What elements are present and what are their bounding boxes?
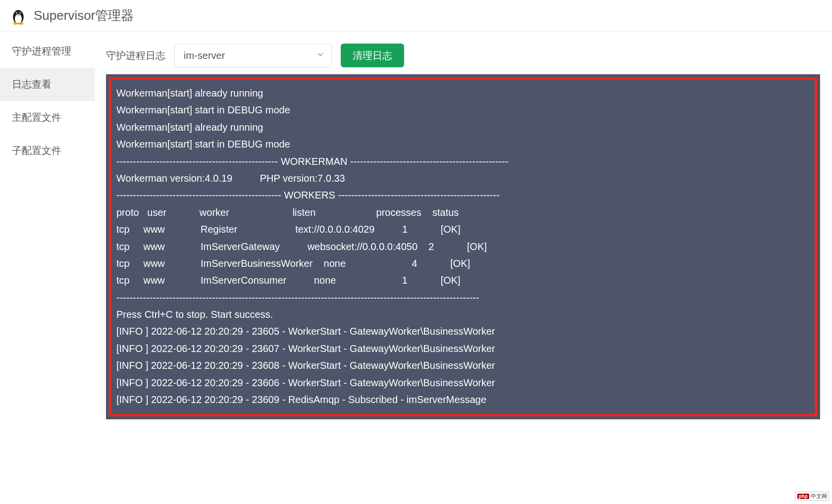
sidebar-item-main-config[interactable]: 主配置文件 (0, 101, 95, 134)
app-title: Supervisor管理器 (34, 7, 134, 24)
log-line: Workerman version:4.0.19 PHP version:7.0… (116, 170, 810, 187)
log-line: [INFO ] 2022-06-12 20:20:29 - 23606 - Wo… (116, 374, 810, 391)
log-select-label: 守护进程日志 (106, 49, 165, 62)
log-line: [INFO ] 2022-06-12 20:20:29 - 23609 - Re… (116, 391, 810, 408)
log-line: [INFO ] 2022-06-12 20:20:29 - 23607 - Wo… (116, 340, 810, 357)
log-line: Workerman[start] start in DEBUG mode (116, 136, 810, 152)
log-line: tcp www ImServerBusinessWorker none 4 [O… (116, 255, 810, 272)
watermark-cn: 中文网 (811, 493, 827, 499)
sidebar-item-log-view[interactable]: 日志查看 (0, 68, 95, 101)
header: Supervisor管理器 (0, 0, 832, 32)
log-panel: Workerman[start] already runningWorkerma… (106, 74, 820, 419)
log-line: ----------------------------------------… (116, 289, 810, 306)
log-highlight-border: Workerman[start] already runningWorkerma… (109, 77, 817, 416)
log-line: ----------------------------------------… (116, 153, 810, 170)
log-line: ----------------------------------------… (116, 187, 810, 203)
sidebar: 守护进程管理日志查看主配置文件子配置文件 (0, 32, 95, 504)
log-line: [INFO ] 2022-06-12 20:20:29 - 23605 - Wo… (116, 323, 810, 340)
watermark: php 中文网 (795, 492, 829, 501)
log-line: tcp www ImServerConsumer none 1 [OK] (116, 272, 810, 289)
svg-point-5 (20, 12, 21, 13)
svg-point-8 (19, 22, 23, 25)
log-line: Workerman[start] already running (116, 119, 810, 136)
sidebar-item-sub-config[interactable]: 子配置文件 (0, 134, 95, 167)
svg-point-7 (13, 22, 17, 25)
log-line: Workerman[start] start in DEBUG mode (116, 101, 810, 118)
watermark-php: php (797, 494, 809, 499)
process-select[interactable]: im-server (174, 44, 332, 67)
process-select-wrap: im-server (174, 44, 332, 67)
log-line: tcp www ImServerGateway websocket://0.0.… (116, 238, 810, 255)
log-line: proto user worker listen processes statu… (116, 204, 810, 221)
main-content: 守护进程日志 im-server 清理日志 Workerman[start] a… (95, 32, 832, 504)
log-line: [INFO ] 2022-06-12 20:20:29 - 23608 - Wo… (116, 357, 810, 374)
sidebar-item-process-manage[interactable]: 守护进程管理 (0, 35, 95, 68)
log-body: Workerman[start] already runningWorkerma… (116, 85, 810, 408)
svg-point-4 (16, 12, 17, 13)
log-line: Press Ctrl+C to stop. Start success. (116, 306, 810, 323)
clear-log-button[interactable]: 清理日志 (341, 44, 404, 67)
log-controls: 守护进程日志 im-server 清理日志 (106, 44, 820, 67)
log-line: Workerman[start] already running (116, 85, 810, 101)
log-line: tcp www Register text://0.0.0.0:4029 1 [… (116, 221, 810, 238)
penguin-logo-icon (9, 6, 28, 25)
